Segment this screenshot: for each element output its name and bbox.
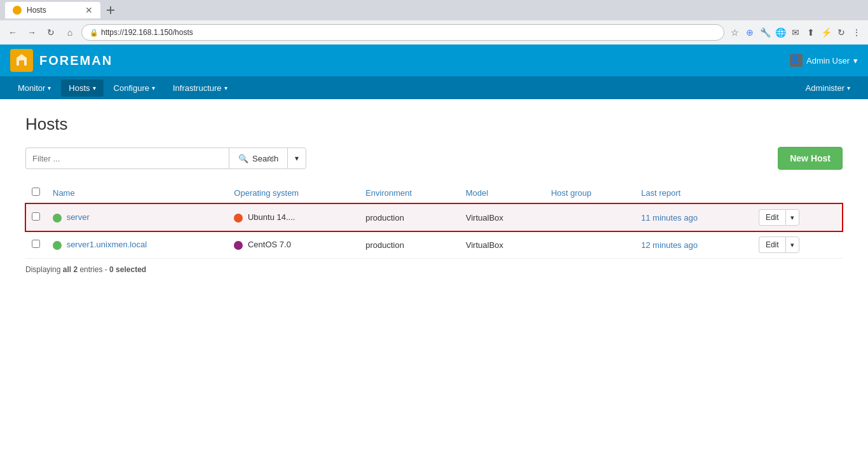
host-status-icon [53,241,62,250]
administer-caret-icon: ▾ [847,85,850,92]
select-all-checkbox[interactable] [32,188,40,196]
foreman-app: FOREMAN 👤 Admin User ▾ Monitor ▾ Hosts ▾… [0,45,868,289]
nav-configure[interactable]: Configure ▾ [106,79,163,97]
forward-btn[interactable]: → [24,25,39,40]
svg-rect-1 [107,10,114,11]
table-body: server Ubuntu 14.... production VirtualB… [25,203,843,259]
status-entries: entries - [79,265,109,274]
col-lastreport[interactable]: Last report [635,182,752,203]
hosts-table: Name Operating system Environment Model … [25,182,843,259]
filter-input[interactable] [25,147,229,169]
foreman-title: FOREMAN [39,53,112,68]
toolbar-icons: ☆ ⊕ 🔧 🌐 ✉ ⬆ ⚡ ↻ ⋮ [728,26,863,39]
edit-caret-btn[interactable]: ▾ [785,236,799,253]
row-environment-cell: production [359,203,459,231]
new-host-button[interactable]: New Host [778,147,843,170]
os-name: Ubuntu 14.... [248,212,295,222]
row-checkbox[interactable] [32,240,40,248]
tab-title: Hosts [27,6,46,15]
nav-monitor[interactable]: Monitor ▾ [10,79,58,97]
extension4-icon[interactable]: ⬆ [804,26,817,39]
col-environment[interactable]: Environment [359,182,459,203]
status-all: all 2 [63,265,78,274]
new-tab-btn[interactable] [100,2,121,18]
col-os[interactable]: Operating system [227,182,359,203]
nav-menu: Monitor ▾ Hosts ▾ Configure ▾ Infrastruc… [10,79,235,97]
row-os-cell: Ubuntu 14.... [227,203,359,231]
edit-button[interactable]: Edit [759,209,785,226]
row-actions-cell: Edit ▾ [752,203,843,231]
row-os-cell: CentOS 7.0 [227,231,359,259]
host-name-link[interactable]: server [67,212,90,222]
address-url: https://192.168.1.150/hosts [101,28,193,37]
nav-administer[interactable]: Administer ▾ [798,79,858,97]
row-hostgroup-cell [545,203,635,231]
nav-hosts[interactable]: Hosts ▾ [61,79,103,97]
infrastructure-caret-icon: ▾ [224,85,227,92]
host-name-link[interactable]: server1.unixmen.local [67,240,147,249]
monitor-caret-icon: ▾ [48,85,51,92]
edit-caret-btn[interactable]: ▾ [785,209,799,226]
admin-user-menu[interactable]: 👤 Admin User ▾ [790,54,858,67]
row-model-cell: VirtualBox [459,203,545,231]
os-icon [234,241,243,250]
extension2-icon[interactable]: 🌐 [774,26,787,39]
table-header: Name Operating system Environment Model … [25,182,843,203]
address-bar[interactable]: 🔒 https://192.168.1.150/hosts [81,24,724,41]
admin-caret-icon: ▾ [853,56,858,65]
chrome-icon[interactable]: ⊕ [743,26,756,39]
nav-infrastructure[interactable]: Infrastructure ▾ [165,79,235,97]
os-name: CentOS 7.0 [248,240,291,249]
col-hostgroup[interactable]: Host group [545,182,635,203]
foreman-logo: FOREMAN [10,49,112,72]
edit-button[interactable]: Edit [759,236,785,253]
row-name-cell: server [46,203,227,231]
table-row: server1.unixmen.local CentOS 7.0 product… [25,231,843,259]
edit-group: Edit ▾ [759,209,836,226]
status-text: Displaying all 2 entries - 0 selected [25,265,843,274]
select-all-header [25,182,46,203]
tab-close-btn[interactable]: ✕ [85,5,93,15]
extension3-icon[interactable]: ✉ [789,26,802,39]
edit-group: Edit ▾ [759,236,836,253]
foreman-header: FOREMAN 👤 Admin User ▾ [0,45,868,76]
extension5-icon[interactable]: ⚡ [820,26,832,39]
status-selected: 0 selected [109,265,146,274]
search-input-wrapper: ✕ 🔍 Search ▾ [25,147,306,169]
col-name[interactable]: Name [46,182,227,203]
extension6-icon[interactable]: ↻ [835,26,848,39]
row-actions-cell: Edit ▾ [752,231,843,259]
main-content: Hosts ✕ 🔍 Search ▾ New Host [0,99,868,289]
ssl-lock-icon: 🔒 [90,29,98,37]
reload-btn[interactable]: ↻ [43,25,58,40]
page-title: Hosts [25,114,843,134]
last-report-link[interactable]: 11 minutes ago [641,213,698,223]
foreman-helmet-logo [10,49,33,72]
browser-toolbar: ← → ↻ ⌂ 🔒 https://192.168.1.150/hosts ☆ … [0,20,868,45]
row-checkbox[interactable] [32,212,40,221]
extension1-icon[interactable]: 🔧 [759,26,771,39]
browser-tabs: Hosts ✕ [0,0,868,20]
svg-rect-2 [19,60,24,65]
home-btn[interactable]: ⌂ [62,25,78,40]
tab-favicon [13,6,22,15]
row-lastreport-cell: 11 minutes ago [635,203,752,231]
row-lastreport-cell: 12 minutes ago [635,231,752,259]
filter-clear-btn[interactable]: ✕ [241,153,301,163]
col-model[interactable]: Model [459,182,545,203]
menu-icon[interactable]: ⋮ [850,26,863,39]
row-environment-cell: production [359,231,459,259]
bookmark-star-icon[interactable]: ☆ [728,26,741,39]
row-model-cell: VirtualBox [459,231,545,259]
hosts-caret-icon: ▾ [93,85,96,92]
configure-caret-icon: ▾ [152,85,155,92]
row-hostgroup-cell [545,231,635,259]
row-checkbox-cell [25,231,46,259]
last-report-link[interactable]: 12 minutes ago [641,240,698,250]
back-btn[interactable]: ← [5,25,20,40]
header-right: 👤 Admin User ▾ [790,54,858,67]
user-avatar-icon: 👤 [790,54,803,67]
active-tab[interactable]: Hosts ✕ [5,2,100,18]
search-bar: ✕ 🔍 Search ▾ New Host [25,147,843,170]
browser-chrome: Hosts ✕ ← → ↻ ⌂ 🔒 https://192.168.1.150/… [0,0,868,45]
